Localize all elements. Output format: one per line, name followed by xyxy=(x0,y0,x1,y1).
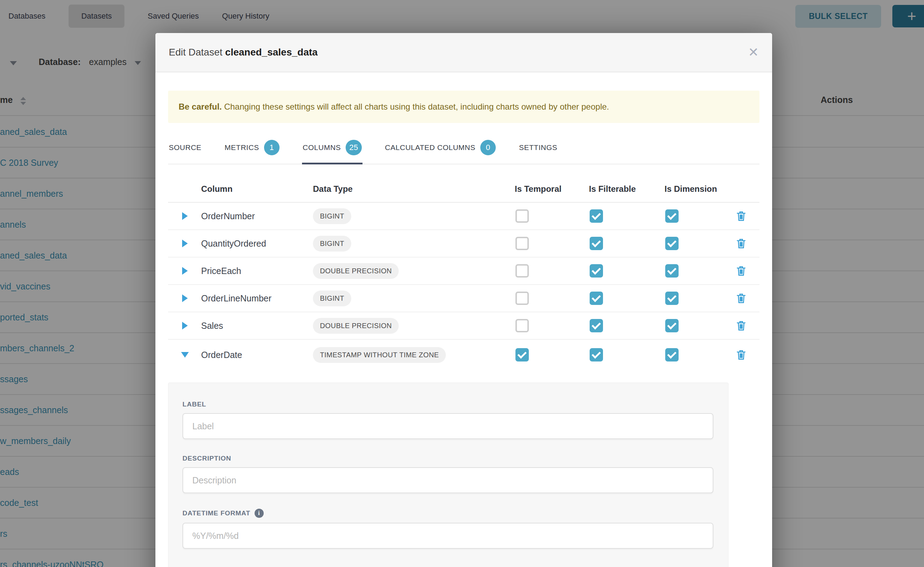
label-text: DESCRIPTION xyxy=(182,454,231,462)
is-temporal-checkbox[interactable] xyxy=(515,319,529,332)
data-type-header: Data Type xyxy=(313,184,515,194)
label-field-group: LABEL xyxy=(182,400,713,439)
column-name: QuantityOrdered xyxy=(201,238,313,249)
delete-column-icon[interactable] xyxy=(736,210,760,222)
modal-title-dataset-name: cleaned_sales_data xyxy=(225,47,318,58)
data-type-pill: BIGINT xyxy=(313,208,351,224)
data-type-pill: DOUBLE PRECISION xyxy=(313,263,399,279)
collapse-caret-icon[interactable] xyxy=(181,352,189,358)
is-filterable-checkbox[interactable] xyxy=(590,348,603,362)
column-row-orderdate: OrderDate TIMESTAMP WITHOUT TIME ZONE xyxy=(168,340,760,370)
tab-metrics[interactable]: METRICS 1 xyxy=(224,133,280,164)
is-dimension-checkbox[interactable] xyxy=(665,264,679,278)
column-name: PriceEach xyxy=(201,266,313,276)
column-row-priceeach: PriceEach DOUBLE PRECISION xyxy=(168,258,760,285)
column-name: OrderNumber xyxy=(201,211,313,221)
is-filterable-checkbox[interactable] xyxy=(590,264,603,278)
modal-body: Be careful. Changing these settings will… xyxy=(155,72,772,567)
metrics-count-badge: 1 xyxy=(264,140,280,155)
is-dimension-checkbox[interactable] xyxy=(665,237,679,250)
column-header: Column xyxy=(201,184,313,194)
expand-caret-icon[interactable] xyxy=(182,212,188,220)
label-input[interactable] xyxy=(182,413,713,439)
is-temporal-checkbox[interactable] xyxy=(515,209,529,223)
data-type-pill: DOUBLE PRECISION xyxy=(313,318,399,334)
close-icon[interactable]: ✕ xyxy=(748,46,759,58)
data-type-pill: BIGINT xyxy=(313,291,351,306)
column-row-quantityordered: QuantityOrdered BIGINT xyxy=(168,230,760,258)
column-name: OrderDate xyxy=(201,350,313,360)
column-detail-panel: LABEL DESCRIPTION DATETIME FORMAT i xyxy=(168,382,728,567)
warning-bold-text: Be careful. xyxy=(179,102,222,111)
is-filterable-checkbox[interactable] xyxy=(590,292,603,305)
tab-bar: SOURCE METRICS 1 COLUMNS 25 CALCULATED C… xyxy=(168,133,760,164)
delete-column-icon[interactable] xyxy=(736,292,760,304)
modal-title-prefix: Edit Dataset xyxy=(169,47,223,58)
tab-label: CALCULATED COLUMNS xyxy=(385,143,476,152)
tab-label: SETTINGS xyxy=(519,143,557,152)
expand-caret-icon[interactable] xyxy=(182,294,188,302)
column-row-orderlinenumber: OrderLineNumber BIGINT xyxy=(168,285,760,312)
column-name: Sales xyxy=(201,321,313,331)
column-name: OrderLineNumber xyxy=(201,293,313,303)
description-input[interactable] xyxy=(182,467,713,493)
tab-label: METRICS xyxy=(225,143,259,152)
is-temporal-checkbox[interactable] xyxy=(515,237,529,250)
data-type-pill: BIGINT xyxy=(313,236,351,252)
label-field-label: LABEL xyxy=(182,400,713,408)
datetime-format-input[interactable] xyxy=(182,523,713,549)
is-temporal-checkbox[interactable] xyxy=(515,348,529,362)
columns-table: Column Data Type Is Temporal Is Filterab… xyxy=(168,176,760,370)
warning-text: Changing these settings will affect all … xyxy=(222,102,609,111)
description-field-group: DESCRIPTION xyxy=(182,454,713,493)
modal-title: Edit Dataset cleaned_sales_data xyxy=(169,47,318,58)
tab-calculated-columns[interactable]: CALCULATED COLUMNS 0 xyxy=(384,133,497,164)
datetime-format-field-group: DATETIME FORMAT i xyxy=(182,508,713,549)
is-dimension-checkbox[interactable] xyxy=(665,292,679,305)
is-dimension-header: Is Dimension xyxy=(665,184,733,194)
delete-column-icon[interactable] xyxy=(736,265,760,276)
data-type-pill: TIMESTAMP WITHOUT TIME ZONE xyxy=(313,347,446,363)
label-text: DATETIME FORMAT xyxy=(182,509,250,517)
expand-caret-icon[interactable] xyxy=(182,267,188,275)
tab-columns[interactable]: COLUMNS 25 xyxy=(302,133,363,164)
is-dimension-checkbox[interactable] xyxy=(665,348,679,362)
tab-source[interactable]: SOURCE xyxy=(168,133,202,164)
expand-caret-icon[interactable] xyxy=(182,322,188,330)
tab-label: SOURCE xyxy=(169,143,202,152)
info-icon[interactable]: i xyxy=(254,508,264,518)
is-filterable-checkbox[interactable] xyxy=(590,237,603,250)
is-dimension-checkbox[interactable] xyxy=(665,209,679,223)
tab-settings[interactable]: SETTINGS xyxy=(518,133,558,164)
is-temporal-checkbox[interactable] xyxy=(515,292,529,305)
is-filterable-checkbox[interactable] xyxy=(590,319,603,332)
is-dimension-checkbox[interactable] xyxy=(665,319,679,332)
delete-column-icon[interactable] xyxy=(736,320,760,331)
delete-column-icon[interactable] xyxy=(736,238,760,249)
column-row-ordernumber: OrderNumber BIGINT xyxy=(168,203,760,230)
edit-dataset-modal: Edit Dataset cleaned_sales_data ✕ Be car… xyxy=(155,33,772,567)
label-text: LABEL xyxy=(182,400,206,408)
tab-label: COLUMNS xyxy=(303,143,341,152)
delete-column-icon[interactable] xyxy=(736,349,760,360)
column-row-sales: Sales DOUBLE PRECISION xyxy=(168,312,760,340)
columns-table-header: Column Data Type Is Temporal Is Filterab… xyxy=(168,176,760,203)
modal-header: Edit Dataset cleaned_sales_data ✕ xyxy=(155,33,772,72)
columns-count-badge: 25 xyxy=(346,140,361,155)
is-temporal-header: Is Temporal xyxy=(515,184,589,194)
is-filterable-checkbox[interactable] xyxy=(590,209,603,223)
datetime-format-field-label: DATETIME FORMAT i xyxy=(182,508,713,518)
is-temporal-checkbox[interactable] xyxy=(515,264,529,278)
calculated-columns-count-badge: 0 xyxy=(480,140,496,155)
description-field-label: DESCRIPTION xyxy=(182,454,713,462)
expand-caret-icon[interactable] xyxy=(182,240,188,248)
warning-banner: Be careful. Changing these settings will… xyxy=(168,91,760,123)
is-filterable-header: Is Filterable xyxy=(589,184,665,194)
